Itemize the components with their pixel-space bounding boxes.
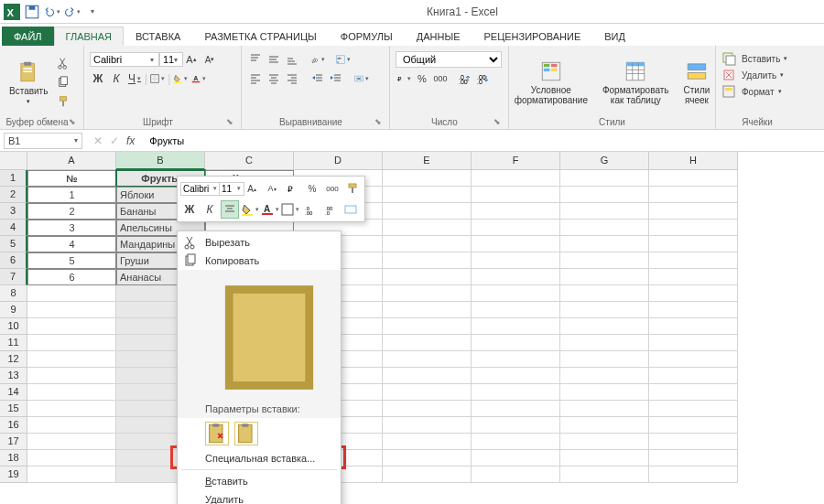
cell[interactable] bbox=[27, 351, 116, 368]
accounting-format-icon[interactable]: ₽ bbox=[396, 70, 412, 87]
cell[interactable] bbox=[649, 368, 738, 384]
undo-icon[interactable] bbox=[44, 4, 60, 20]
column-header-H[interactable]: H bbox=[649, 152, 738, 170]
cell[interactable]: 2 bbox=[27, 203, 116, 220]
format-cells-button[interactable]: Формат▾ bbox=[721, 84, 782, 99]
tab-data[interactable]: ДАННЫЕ bbox=[405, 27, 472, 46]
row-header[interactable]: 6 bbox=[0, 252, 27, 269]
cell[interactable] bbox=[560, 236, 649, 252]
cell[interactable] bbox=[560, 220, 649, 236]
mini-merge-icon[interactable] bbox=[342, 200, 360, 219]
cell[interactable] bbox=[27, 368, 116, 384]
save-icon[interactable] bbox=[24, 4, 40, 20]
cell[interactable] bbox=[383, 302, 472, 318]
cell[interactable] bbox=[560, 335, 649, 351]
tab-review[interactable]: РЕЦЕНЗИРОВАНИЕ bbox=[472, 27, 592, 46]
mini-italic-icon[interactable]: К bbox=[201, 200, 219, 219]
mini-increase-decimal-icon[interactable]: .0.00 bbox=[301, 200, 320, 219]
cell[interactable] bbox=[560, 368, 649, 384]
column-header-E[interactable]: E bbox=[383, 152, 472, 170]
tab-formulas[interactable]: ФОРМУЛЫ bbox=[329, 27, 405, 46]
select-all-corner[interactable] bbox=[0, 152, 27, 170]
row-header[interactable]: 9 bbox=[0, 302, 27, 318]
cell[interactable] bbox=[383, 401, 472, 417]
row-header[interactable]: 7 bbox=[0, 269, 27, 285]
format-as-table-button[interactable]: Форматировать как таблицу bbox=[599, 58, 673, 107]
row-header[interactable]: 5 bbox=[0, 236, 27, 252]
column-header-F[interactable]: F bbox=[472, 152, 560, 170]
row-header[interactable]: 3 bbox=[0, 203, 27, 220]
ctx-insert[interactable]: Вставить bbox=[178, 472, 341, 490]
formula-input[interactable] bbox=[144, 134, 824, 148]
cell[interactable] bbox=[472, 384, 560, 401]
cell[interactable] bbox=[649, 187, 738, 203]
paste-button[interactable]: Вставить ▾ bbox=[5, 59, 51, 107]
cell[interactable]: 3 bbox=[27, 220, 116, 236]
tab-home[interactable]: ГЛАВНАЯ bbox=[54, 27, 124, 46]
cell[interactable] bbox=[472, 450, 560, 466]
cell[interactable] bbox=[383, 187, 472, 203]
cell[interactable] bbox=[472, 203, 560, 220]
wrap-text-icon[interactable]: abc bbox=[335, 51, 352, 68]
mini-fill-color-icon[interactable] bbox=[241, 200, 259, 219]
cell[interactable] bbox=[383, 335, 472, 351]
tab-insert[interactable]: ВСТАВКА bbox=[124, 27, 192, 46]
cell[interactable] bbox=[27, 335, 116, 351]
row-header[interactable]: 11 bbox=[0, 335, 27, 351]
underline-button[interactable]: Ч bbox=[126, 70, 143, 87]
increase-decimal-icon[interactable]: .0.00 bbox=[456, 70, 472, 87]
row-header[interactable]: 16 bbox=[0, 417, 27, 434]
cancel-formula-icon[interactable]: ✕ bbox=[93, 134, 103, 147]
mini-comma-icon[interactable]: 000 bbox=[323, 179, 342, 198]
cell[interactable] bbox=[560, 417, 649, 434]
font-size-input[interactable] bbox=[159, 52, 183, 67]
mini-decrease-decimal-icon[interactable]: .00.0 bbox=[321, 200, 340, 219]
copy-icon[interactable] bbox=[55, 74, 71, 91]
cell[interactable] bbox=[472, 466, 560, 483]
cell[interactable] bbox=[472, 269, 560, 285]
cell[interactable] bbox=[560, 203, 649, 220]
cell[interactable] bbox=[560, 170, 649, 187]
font-name-input[interactable] bbox=[90, 52, 159, 67]
align-right-icon[interactable] bbox=[284, 70, 300, 87]
mini-font-color-icon[interactable]: A bbox=[261, 200, 279, 219]
ctx-paste-special[interactable]: Специальная вставка... bbox=[178, 449, 341, 467]
cell[interactable] bbox=[649, 466, 738, 483]
ctx-cut[interactable]: Вырезать bbox=[178, 233, 341, 252]
row-header[interactable]: 12 bbox=[0, 351, 27, 368]
mini-bold-icon[interactable]: Ж bbox=[180, 200, 199, 219]
cell[interactable] bbox=[472, 285, 560, 302]
cell[interactable] bbox=[472, 417, 560, 434]
alignment-launcher[interactable]: ⬊ bbox=[374, 117, 382, 126]
cell[interactable] bbox=[383, 384, 472, 401]
tab-view[interactable]: ВИД bbox=[592, 27, 637, 46]
row-header[interactable]: 14 bbox=[0, 384, 27, 401]
cell[interactable] bbox=[649, 384, 738, 401]
cell[interactable] bbox=[472, 220, 560, 236]
cell[interactable] bbox=[560, 269, 649, 285]
cell[interactable] bbox=[27, 466, 116, 483]
cell[interactable] bbox=[560, 401, 649, 417]
fill-color-icon[interactable] bbox=[172, 70, 189, 87]
row-header[interactable]: 17 bbox=[0, 434, 27, 450]
cell[interactable] bbox=[383, 203, 472, 220]
cell[interactable] bbox=[649, 318, 738, 335]
cell[interactable] bbox=[649, 285, 738, 302]
align-left-icon[interactable] bbox=[247, 70, 264, 87]
cell[interactable] bbox=[560, 302, 649, 318]
cell[interactable] bbox=[383, 351, 472, 368]
row-header[interactable]: 10 bbox=[0, 318, 27, 335]
column-header-G[interactable]: G bbox=[560, 152, 649, 170]
tab-page-layout[interactable]: РАЗМЕТКА СТРАНИЦЫ bbox=[192, 27, 328, 46]
insert-cells-button[interactable]: Вставить▾ bbox=[721, 51, 787, 66]
conditional-formatting-button[interactable]: Условное форматирование bbox=[511, 58, 591, 107]
cell[interactable] bbox=[649, 351, 738, 368]
cell[interactable] bbox=[472, 401, 560, 417]
cell[interactable] bbox=[649, 417, 738, 434]
row-header[interactable]: 1 bbox=[0, 170, 27, 187]
cell[interactable] bbox=[383, 170, 472, 187]
cell[interactable] bbox=[649, 335, 738, 351]
cell[interactable] bbox=[560, 466, 649, 483]
cell[interactable] bbox=[383, 434, 472, 450]
cell[interactable] bbox=[472, 351, 560, 368]
